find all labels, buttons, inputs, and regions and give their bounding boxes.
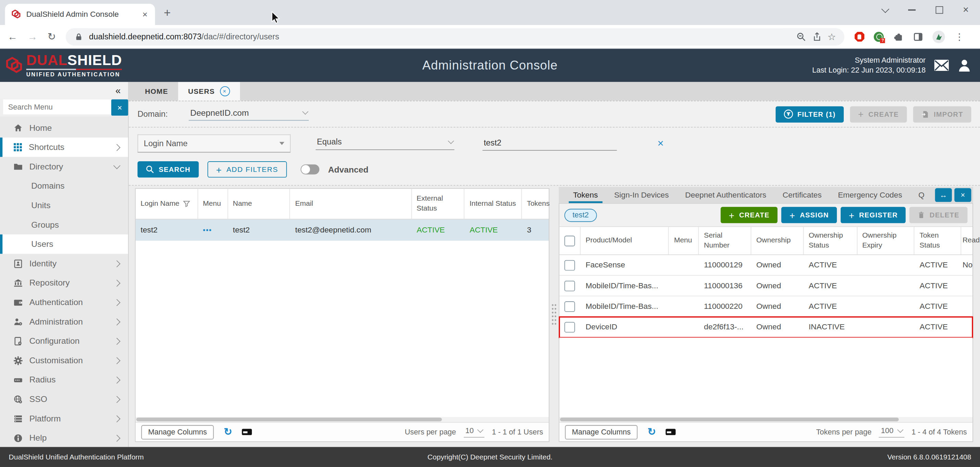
zoom-out-icon[interactable] — [796, 32, 806, 41]
horizontal-scrollbar[interactable] — [135, 417, 549, 422]
clear-search-button[interactable]: × — [111, 99, 128, 115]
refresh-icon[interactable]: ↻ — [224, 427, 232, 437]
per-page-select[interactable]: 100 — [879, 426, 904, 438]
filter-field-select[interactable]: Login Name — [138, 135, 291, 153]
search-button[interactable]: SEARCH — [138, 161, 199, 177]
sidebar-item-directory[interactable]: Directory — [0, 157, 128, 176]
forward-icon[interactable]: → — [27, 31, 37, 42]
sidebar-item-groups[interactable]: Groups — [0, 215, 128, 234]
side-panel-icon[interactable] — [913, 32, 923, 41]
tab-home[interactable]: HOME — [135, 82, 178, 100]
column-header-ownership-expiry[interactable]: Ownership Expiry — [857, 227, 914, 254]
column-header-internal-status[interactable]: Internal Status — [465, 189, 522, 219]
tab-tokens[interactable]: Tokens — [565, 187, 606, 203]
drag-handle-icon[interactable] — [551, 303, 557, 326]
tab-search-icon[interactable] — [881, 5, 889, 13]
advanced-toggle[interactable] — [301, 164, 319, 174]
column-header-product-model[interactable]: Product/Model — [581, 227, 669, 254]
compact-view-icon[interactable] — [242, 429, 252, 435]
address-bar[interactable]: dualshield.deepnetid.com:8073/dac/#/dire… — [66, 28, 845, 45]
row-checkbox[interactable] — [559, 301, 581, 312]
browser-menu-icon[interactable]: ⋮ — [955, 31, 964, 42]
column-header-name[interactable]: Name — [228, 189, 290, 219]
filter-value-input[interactable] — [483, 137, 620, 148]
horizontal-scrollbar[interactable] — [559, 417, 972, 422]
tab-deepnet-authenticators[interactable]: Deepnet Authenticators — [677, 187, 775, 203]
profile-avatar[interactable] — [933, 30, 945, 43]
browser-tab[interactable]: DualShield Admin Console × — [5, 4, 155, 25]
token-row[interactable]: FaceSense 110000129 Owned ACTIVE ACTIVE … — [559, 255, 972, 276]
tab-users[interactable]: USERS × — [178, 82, 240, 100]
expand-panel-icon[interactable]: ↔ — [935, 188, 952, 202]
row-checkbox[interactable] — [559, 281, 581, 291]
sidebar-item-radius[interactable]: Radius — [0, 370, 128, 390]
reload-icon[interactable]: ↻ — [48, 30, 56, 43]
maximize-icon[interactable] — [935, 6, 943, 14]
mail-icon[interactable] — [933, 59, 950, 72]
column-header-menu[interactable]: Menu — [198, 189, 228, 219]
import-button[interactable]: IMPORT — [913, 106, 972, 122]
close-panel-icon[interactable]: × — [955, 188, 971, 202]
column-header-email[interactable]: Email — [290, 189, 412, 219]
token-row-highlighted[interactable]: DeviceID de2f6f13-... Owned INACTIVE ACT… — [559, 317, 972, 338]
manage-columns-button[interactable]: Manage Columns — [142, 425, 214, 439]
new-tab-button[interactable]: + — [164, 7, 170, 19]
column-header-serial-number[interactable]: Serial Number — [699, 227, 751, 254]
collapse-sidebar-icon[interactable]: « — [115, 85, 121, 96]
row-checkbox[interactable] — [559, 260, 581, 271]
row-menu-icon[interactable]: ••• — [198, 226, 228, 234]
extensions-puzzle-icon[interactable] — [893, 31, 904, 42]
token-row[interactable]: MobileID/Time-Bas... 110000220 Owned ACT… — [559, 296, 972, 317]
sidebar-item-help[interactable]: Help — [0, 428, 128, 447]
compact-view-icon[interactable] — [666, 429, 676, 435]
column-header-tokens[interactable]: Tokens — [522, 189, 549, 219]
sidebar-item-identity[interactable]: Identity — [0, 254, 128, 273]
menu-search-input[interactable] — [3, 99, 111, 114]
sidebar-item-shortcuts[interactable]: Shortcuts — [0, 138, 128, 157]
select-all-checkbox[interactable] — [559, 227, 581, 254]
bookmark-star-icon[interactable]: ☆ — [827, 31, 836, 42]
column-header-token-status[interactable]: Token Status — [915, 227, 961, 254]
sidebar-item-authentication[interactable]: Authentication — [0, 293, 128, 312]
back-icon[interactable]: ← — [8, 31, 18, 42]
column-header-external-status[interactable]: External Status — [412, 189, 465, 219]
refresh-icon[interactable]: ↻ — [648, 427, 656, 437]
column-header-ownership[interactable]: Ownership — [751, 227, 804, 254]
domain-select[interactable]: DeepnetID.com — [189, 108, 309, 121]
create-token-button[interactable]: + CREATE — [721, 207, 778, 223]
sidebar-item-users[interactable]: Users — [0, 234, 128, 254]
add-filters-button[interactable]: + ADD FILTERS — [207, 161, 287, 177]
scrollbar-thumb[interactable] — [136, 418, 442, 421]
adblock-extension-icon[interactable] — [855, 32, 865, 41]
user-row-selected[interactable]: test2 ••• test2 test2@deepnetid.com ACTI… — [135, 220, 549, 241]
delete-token-button[interactable]: DELETE — [910, 207, 967, 223]
filter-funnel-icon[interactable] — [183, 200, 190, 207]
sidebar-item-customisation[interactable]: Customisation — [0, 351, 128, 370]
sidebar-item-repository[interactable]: Repository — [0, 273, 128, 293]
filter-button[interactable]: FILTER (1) — [775, 106, 843, 122]
tab-certificates[interactable]: Certificates — [774, 187, 830, 203]
tab-sign-in-devices[interactable]: Sign-In Devices — [606, 187, 677, 203]
share-icon[interactable] — [812, 32, 822, 41]
row-checkbox[interactable] — [559, 322, 581, 332]
sidebar-item-administration[interactable]: Administration — [0, 312, 128, 332]
create-user-button[interactable]: + CREATE — [850, 106, 907, 122]
assign-token-button[interactable]: + ASSIGN — [781, 207, 837, 223]
sidebar-item-configuration[interactable]: Configuration — [0, 332, 128, 351]
sidebar-item-domains[interactable]: Domains — [0, 176, 128, 196]
tab-close-icon[interactable]: × — [220, 86, 230, 96]
per-page-select[interactable]: 10 — [463, 426, 484, 438]
pane-divider[interactable] — [549, 187, 558, 442]
user-profile-icon[interactable] — [958, 59, 971, 72]
minimize-icon[interactable] — [908, 10, 915, 11]
sidebar-item-platform[interactable]: Platform — [0, 409, 128, 428]
scrollbar-thumb[interactable] — [560, 418, 899, 421]
tab-close-icon[interactable]: × — [140, 9, 150, 19]
window-close-icon[interactable]: × — [963, 5, 969, 15]
sidebar-item-sso[interactable]: SSO — [0, 390, 128, 409]
sidebar-item-home[interactable]: Home — [0, 118, 128, 138]
token-row[interactable]: MobileID/Time-Bas... 110000136 Owned ACT… — [559, 276, 972, 296]
tab-truncated[interactable]: Q — [910, 187, 932, 203]
filter-operator-select[interactable]: Equals — [316, 137, 454, 150]
column-header-login-name[interactable]: Login Name — [135, 189, 198, 219]
